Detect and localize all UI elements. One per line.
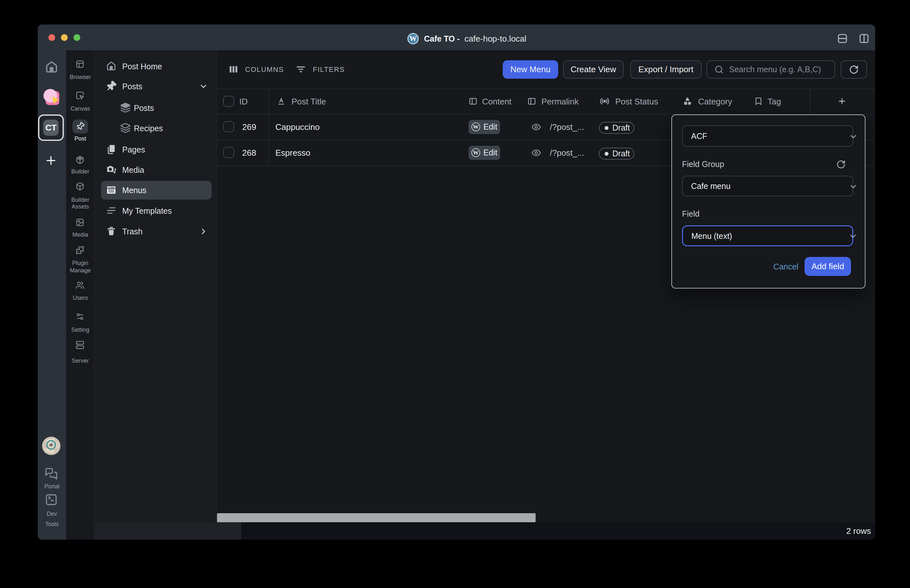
svg-text:W: W	[409, 34, 417, 42]
svg-text:W: W	[473, 149, 479, 156]
svg-text:W: W	[473, 123, 479, 130]
